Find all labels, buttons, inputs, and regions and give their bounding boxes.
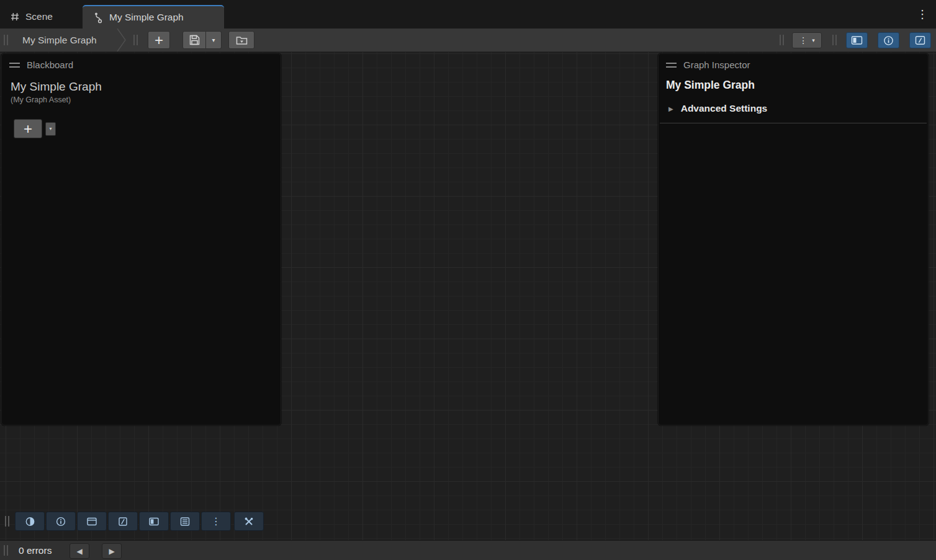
toolbar-overflow-button[interactable]: ⋮ [201,512,231,531]
info-icon [55,516,66,527]
bottom-toolbar-drag-handle[interactable] [5,516,9,527]
blackboard-add-row: + ▾ [14,119,281,138]
window-menu-icon[interactable]: ⋮ [915,0,930,29]
inspector-panel-toggle-button[interactable] [46,512,76,531]
inspector-toggle-button[interactable] [878,32,899,48]
toolbar-right-drag-handle[interactable] [780,35,784,45]
tab-bar: Scene My Simple Graph ⋮ [0,0,936,29]
graph-canvas[interactable]: Blackboard My Simple Graph (My Graph Ass… [0,52,936,540]
crossed-tools-icon [243,516,255,527]
blackboard-title: Blackboard [27,60,73,70]
save-button[interactable] [182,31,206,49]
add-property-button[interactable]: + [14,119,42,138]
document-slash-icon [117,516,129,527]
blackboard-graph-subtitle: (My Graph Asset) [2,94,281,104]
save-dropdown-button[interactable]: ▾ [206,31,222,49]
panel-drag-handle-icon [666,63,677,68]
tab-label: My Simple Graph [109,12,184,23]
advanced-settings-foldout[interactable]: ▶ Advanced Settings [660,103,927,123]
breadcrumb-chevron-icon [117,29,127,51]
info-icon [883,35,894,46]
panel-toggle-toolbar: ⋮ [5,511,265,531]
blackboard-header[interactable]: Blackboard [2,54,281,74]
sidebar-panel-toggle-button[interactable] [139,512,169,531]
options-menu-button[interactable]: ⋮ ▾ [792,32,822,48]
tab-scene[interactable]: Scene [0,5,63,29]
save-as-button[interactable] [228,31,254,49]
tools-button[interactable] [234,512,264,531]
graph-editor-window: Scene My Simple Graph ⋮ My Simple Graph [0,0,936,560]
add-node-button[interactable]: + [148,31,170,49]
code-preview-toggle-button[interactable] [108,512,138,531]
breadcrumb[interactable]: My Simple Graph [22,29,97,51]
blackboard-panel[interactable]: Blackboard My Simple Graph (My Graph Ass… [1,53,281,425]
grid-icon [10,12,20,22]
toolbar-section-drag-handle[interactable] [133,35,138,45]
tab-label: Scene [25,11,53,22]
next-error-button[interactable]: ▶ [102,543,122,559]
toolbar-toggles-drag-handle[interactable] [832,35,837,45]
tab-my-simple-graph[interactable]: My Simple Graph [83,5,224,29]
inspector-title: Graph Inspector [683,60,750,70]
blackboard-graph-title: My Simple Graph [2,74,281,94]
main-toolbar: My Simple Graph + ▾ [0,29,936,52]
status-bar: 0 errors ◀ ▶ [0,540,936,560]
inspector-header[interactable]: Graph Inspector [659,54,928,74]
kebab-icon: ⋮ [799,36,808,45]
status-bar-drag-handle[interactable] [4,545,8,556]
blackboard-toggle-button[interactable] [846,32,868,48]
advanced-settings-label: Advanced Settings [681,103,768,114]
previous-error-button[interactable]: ◀ [70,543,89,559]
preview-icon [915,35,925,45]
panel-left-icon [148,516,160,527]
shader-graph-icon [92,12,104,24]
folder-icon [236,35,248,45]
inspector-graph-title: My Simple Graph [659,74,928,92]
preview-toggle-button[interactable] [909,32,931,48]
kebab-icon: ⋮ [211,517,221,527]
preview-window-toggle-button[interactable] [77,512,107,531]
list-icon [179,516,191,527]
blackboard-panel-icon [851,35,863,45]
graph-inspector-panel[interactable]: Graph Inspector My Simple Graph ▶ Advanc… [658,53,929,425]
add-property-dropdown-button[interactable]: ▾ [45,122,56,136]
save-icon [189,35,200,45]
chevron-down-icon: ▾ [812,38,815,43]
panel-drag-handle-icon [9,63,20,68]
contrast-circle-icon [24,516,36,527]
window-icon [86,516,98,527]
console-panel-toggle-button[interactable] [170,512,200,531]
save-split-button: ▾ [182,31,222,49]
toolbar-drag-handle[interactable] [4,35,8,45]
blackboard-panel-toggle-button[interactable] [15,512,45,531]
foldout-arrow-icon: ▶ [668,105,673,112]
error-count-label: 0 errors [19,541,52,560]
